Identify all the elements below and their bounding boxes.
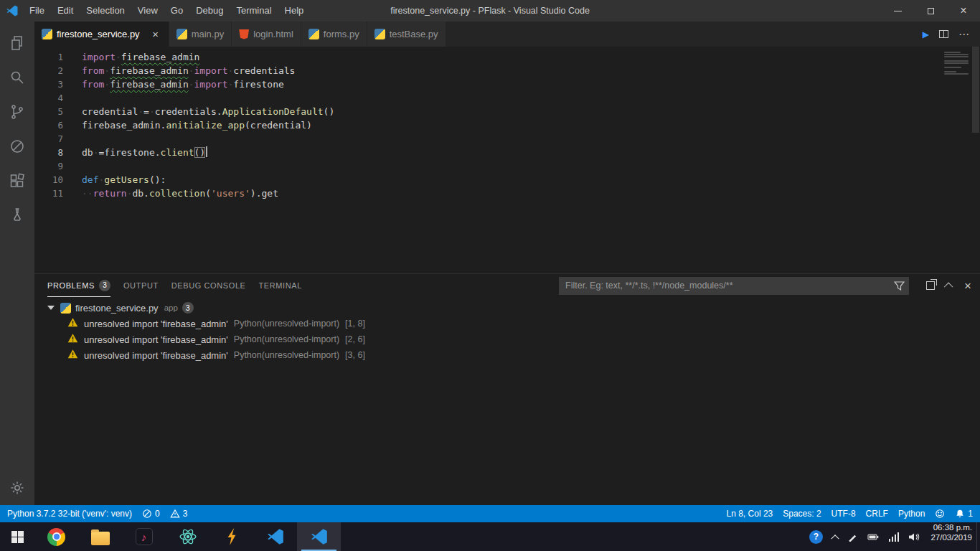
line-number[interactable]: 1 [34,50,82,64]
indentation[interactable]: Spaces: 2 [783,509,821,519]
extensions-icon[interactable] [0,164,34,198]
notifications[interactable]: 1 [955,509,973,519]
code-line[interactable]: 1import·firebase_admin [34,50,980,64]
menu-view[interactable]: View [131,0,164,22]
line-number[interactable]: 7 [34,132,82,146]
show-desktop-button[interactable] [976,522,980,551]
search-icon[interactable] [0,60,34,95]
line-number[interactable]: 3 [34,77,82,91]
problems-file-name: firestone_service.py [75,303,159,314]
source-control-icon[interactable] [0,95,34,129]
file-explorer-taskbar-button[interactable] [78,522,122,551]
editor-actions: ▶⋯ [923,22,980,47]
problem-row[interactable]: unresolved import 'firebase_admin'Python… [34,347,980,363]
panel-tab-terminal[interactable]: TERMINAL [259,274,302,297]
music-taskbar-button[interactable]: ♪ [122,522,166,551]
test-icon[interactable] [0,198,34,232]
lightning-taskbar-button[interactable] [209,522,253,551]
tray-expand-tray-icon[interactable] [832,534,838,540]
close-panel-icon[interactable]: × [964,280,971,292]
code-line[interactable]: 6firebase_admin.anitialize_app(credentia… [34,118,980,132]
menu-selection[interactable]: Selection [80,0,131,22]
problems-file-group[interactable]: firestone_service.py app 3 [34,300,980,316]
python-file-icon [176,29,187,39]
code-line[interactable]: 9 [34,159,980,173]
tab-testbase-py[interactable]: testBase.py [367,22,446,47]
network-tray-icon[interactable] [889,532,900,542]
taskbar-clock[interactable]: 06:38 p.m. 27/03/2019 [926,522,976,551]
line-number[interactable]: 9 [34,159,82,173]
warning-icon [170,509,180,519]
problem-row[interactable]: unresolved import 'firebase_admin'Python… [34,331,980,347]
close-button[interactable]: × [947,0,980,22]
menu-edit[interactable]: Edit [51,0,80,22]
problems-errors[interactable]: 0 [142,509,160,519]
minimize-button[interactable] [881,0,914,22]
code-line[interactable]: 8db·=firestone.client() [34,146,980,159]
atom-taskbar-button[interactable] [166,522,209,551]
run-icon[interactable]: ▶ [923,29,929,39]
editor-scrollbar[interactable] [970,47,980,273]
python-interpreter[interactable]: Python 3.7.2 32-bit ('venv': venv) [7,509,132,519]
encoding[interactable]: UTF-8 [831,509,856,519]
start-button[interactable] [0,522,34,551]
explorer-icon[interactable] [0,26,34,60]
code-line[interactable]: 4 [34,91,980,105]
windows-logo-icon [11,531,24,543]
language-mode[interactable]: Python [898,509,925,519]
tab-firestone_service-py[interactable]: firestone_service.py× [34,22,169,47]
line-number[interactable]: 8 [34,146,82,159]
restore-panel-icon[interactable] [926,281,935,290]
minimap[interactable] [944,52,969,76]
line-number[interactable]: 10 [34,173,82,187]
battery-tray-icon[interactable] [867,532,880,542]
debug-icon[interactable] [0,129,34,164]
vscode-taskbar-button[interactable] [297,522,341,551]
close-tab-icon[interactable]: × [150,28,161,40]
maximize-button[interactable] [914,0,947,22]
more-actions-icon[interactable]: ⋯ [958,28,970,41]
maximize-panel-icon[interactable] [944,282,953,291]
problems-filter-input[interactable] [559,277,909,295]
code-line[interactable]: 2from·firebase_admin·import·credentials [34,64,980,77]
settings-icon[interactable] [0,471,34,505]
code-line[interactable]: 5credential·=·credentials.ApplicationDef… [34,105,980,118]
code-line[interactable]: 7 [34,132,980,146]
menu-go[interactable]: Go [164,0,189,22]
line-number[interactable]: 11 [34,187,82,200]
menu-terminal[interactable]: Terminal [230,0,278,22]
panel-tab-label: DEBUG CONSOLE [171,281,246,290]
code-line[interactable]: 11··return·db.collection('users').get [34,187,980,200]
eol[interactable]: CRLF [866,509,888,519]
pen-tray-icon[interactable] [847,532,858,542]
problem-row[interactable]: unresolved import 'firebase_admin'Python… [34,316,980,331]
vscode-taskbar-button[interactable] [253,522,297,551]
feedback[interactable] [935,509,945,519]
tab-forms-py[interactable]: forms.py [301,22,367,47]
volume-tray-icon[interactable] [908,532,920,542]
line-number[interactable]: 2 [34,64,82,77]
panel-tab-problems[interactable]: PROBLEMS3 [47,274,110,297]
problem-message: unresolved import 'firebase_admin' [84,319,228,329]
line-number[interactable]: 5 [34,105,82,118]
line-number[interactable]: 6 [34,118,82,132]
problems-warnings[interactable]: 3 [170,509,188,519]
panel-tab-debug-console[interactable]: DEBUG CONSOLE [171,274,246,297]
help-tray-icon[interactable]: ? [809,530,823,544]
collapse-icon[interactable] [47,306,55,310]
cursor-position[interactable]: Ln 8, Col 23 [727,509,773,519]
menu-help[interactable]: Help [278,0,311,22]
menu-debug[interactable]: Debug [189,0,230,22]
split-editor-icon[interactable] [939,30,948,38]
filter-icon[interactable] [894,281,905,291]
code-line[interactable]: 10def·getUsers(): [34,173,980,187]
tab-login-html[interactable]: login.html [232,22,301,47]
code-line[interactable]: 3from·firebase_admin·import·firestone [34,77,980,91]
menu-file[interactable]: File [23,0,51,22]
chrome-taskbar-button[interactable] [34,522,78,551]
smiley-icon [935,509,945,519]
panel-tab-output[interactable]: OUTPUT [123,274,159,297]
code-editor[interactable]: 1import·firebase_admin2from·firebase_adm… [34,47,980,273]
line-number[interactable]: 4 [34,91,82,105]
tab-main-py[interactable]: main.py [169,22,232,47]
